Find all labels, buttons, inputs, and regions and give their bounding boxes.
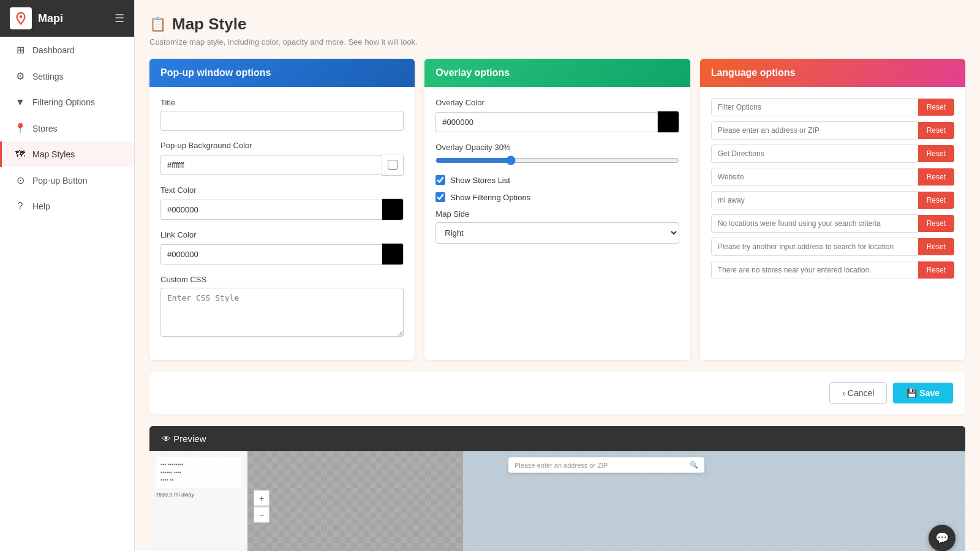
overlay-panel-header: Overlay options bbox=[424, 59, 690, 87]
stores-icon: 📍 bbox=[14, 122, 26, 134]
lang-input-no-stores-near[interactable] bbox=[711, 261, 918, 279]
show-stores-label: Show Stores List bbox=[450, 176, 510, 185]
text-color-swatch[interactable] bbox=[382, 198, 404, 220]
page-title-icon: 📋 bbox=[149, 17, 166, 32]
lang-input-get-directions[interactable] bbox=[711, 144, 918, 163]
language-panel-body: Reset Reset Reset Reset Reset bbox=[700, 87, 965, 295]
overlay-panel: Overlay options Overlay Color Overlay Op… bbox=[424, 59, 690, 360]
preview-map-overlay: ••• •••••••••••••• •••••••• •• 7839.0 mi… bbox=[149, 451, 965, 551]
sidebar-item-map-styles[interactable]: 🗺 Map Styles bbox=[0, 141, 134, 167]
logo-icon bbox=[10, 7, 32, 29]
custom-css-label: Custom CSS bbox=[160, 275, 404, 284]
link-color-input[interactable] bbox=[160, 244, 382, 264]
reset-btn-website[interactable]: Reset bbox=[918, 168, 954, 186]
app-name: Mapi bbox=[38, 12, 63, 25]
show-filtering-checkbox[interactable] bbox=[435, 192, 445, 202]
svg-point-0 bbox=[20, 15, 23, 18]
reset-btn-mi-away[interactable]: Reset bbox=[918, 192, 954, 209]
sidebar-item-settings[interactable]: ⚙ Settings bbox=[0, 63, 134, 89]
popup-panel: Pop-up window options Title Pop-up Backg… bbox=[149, 59, 415, 360]
lang-row-no-locations: Reset bbox=[711, 214, 954, 233]
zoom-in-button[interactable]: + bbox=[254, 490, 270, 506]
search-icon: 🔍 bbox=[690, 461, 698, 469]
preview-left-panel: ••• •••••••••••••• •••••••• •• 7839.0 mi… bbox=[149, 451, 247, 551]
text-color-label: Text Color bbox=[160, 186, 404, 195]
page-title-row: 📋 Map Style bbox=[149, 15, 965, 34]
overlay-color-swatch[interactable] bbox=[657, 111, 679, 133]
overlay-color-input[interactable] bbox=[435, 112, 657, 132]
show-filtering-checkbox-item[interactable]: Show Filtering Options bbox=[435, 192, 679, 202]
sidebar-label-mapstyles: Map Styles bbox=[32, 149, 75, 159]
show-stores-checkbox-item[interactable]: Show Stores List bbox=[435, 175, 679, 185]
lang-input-filter-options[interactable] bbox=[711, 98, 918, 116]
reset-btn-filter-options[interactable]: Reset bbox=[918, 99, 954, 116]
hamburger-icon[interactable]: ☰ bbox=[115, 12, 124, 25]
bg-color-row: #ffffff bbox=[160, 154, 404, 176]
zoom-out-button[interactable]: − bbox=[254, 507, 270, 523]
link-color-swatch[interactable] bbox=[382, 243, 404, 265]
bg-color-checkbox bbox=[382, 154, 404, 176]
lang-row-website: Reset bbox=[711, 168, 954, 186]
opacity-slider[interactable] bbox=[435, 156, 679, 165]
page-subtitle: Customize map style, including color, op… bbox=[149, 37, 965, 47]
lang-input-mi-away[interactable] bbox=[711, 191, 918, 209]
search-placeholder-text: Please enter an address or ZIP bbox=[514, 462, 686, 469]
overlay-panel-body: Overlay Color Overlay Opacity 30% Show S… bbox=[424, 87, 690, 264]
sidebar-nav: ⊞ Dashboard ⚙ Settings ▼ Filtering Optio… bbox=[0, 37, 134, 219]
lang-input-try-another[interactable] bbox=[711, 238, 918, 256]
language-panel-header: Language options bbox=[700, 59, 965, 87]
map-side-select[interactable]: Left Right bbox=[435, 222, 679, 244]
popup-panel-header: Pop-up window options bbox=[149, 59, 415, 87]
show-stores-checkbox[interactable] bbox=[435, 175, 445, 185]
reset-btn-try-another[interactable]: Reset bbox=[918, 238, 954, 255]
sidebar-header: Mapi ☰ bbox=[0, 0, 134, 37]
popup-icon: ⊙ bbox=[14, 174, 26, 186]
reset-btn-get-directions[interactable]: Reset bbox=[918, 145, 954, 162]
title-input[interactable] bbox=[160, 111, 404, 131]
lang-row-no-stores-near: Reset bbox=[711, 261, 954, 279]
panels-grid: Pop-up window options Title Pop-up Backg… bbox=[149, 59, 965, 360]
language-panel: Language options Reset Reset Reset Reset bbox=[700, 59, 965, 360]
lang-row-mi-away: Reset bbox=[711, 191, 954, 209]
overlay-color-row bbox=[435, 111, 679, 133]
title-label: Title bbox=[160, 98, 404, 107]
lang-row-address-zip: Reset bbox=[711, 121, 954, 140]
reset-btn-address-zip[interactable]: Reset bbox=[918, 122, 954, 139]
mapstyles-icon: 🗺 bbox=[14, 149, 26, 160]
sidebar-label-filtering: Filtering Options bbox=[32, 97, 95, 107]
bg-color-input[interactable]: #ffffff bbox=[160, 155, 382, 175]
sidebar-item-popup-button[interactable]: ⊙ Pop-up Button bbox=[0, 167, 134, 193]
preview-section: 👁 Preview ••• •••••••••••••• •••••••• ••… bbox=[149, 426, 965, 551]
show-filtering-label: Show Filtering Options bbox=[450, 193, 530, 202]
page-title: Map Style bbox=[172, 15, 246, 34]
text-color-row bbox=[160, 198, 404, 220]
save-button[interactable]: 💾 Save bbox=[893, 383, 953, 403]
opacity-label: Overlay Opacity 30% bbox=[435, 143, 679, 152]
reset-btn-no-stores-near[interactable]: Reset bbox=[918, 261, 954, 279]
lang-row-try-another: Reset bbox=[711, 238, 954, 256]
sidebar-item-dashboard[interactable]: ⊞ Dashboard bbox=[0, 37, 134, 63]
text-color-input[interactable] bbox=[160, 200, 382, 220]
bg-color-check[interactable] bbox=[388, 160, 398, 170]
overlay-color-group: Overlay Color bbox=[435, 98, 679, 133]
bg-color-group: Pop-up Background Color #ffffff bbox=[160, 141, 404, 176]
sidebar-item-help[interactable]: ? Help bbox=[0, 193, 134, 219]
sidebar-item-filtering-options[interactable]: ▼ Filtering Options bbox=[0, 89, 134, 115]
popup-panel-body: Title Pop-up Background Color #ffffff Te… bbox=[149, 87, 415, 360]
sidebar-label-stores: Stores bbox=[32, 124, 57, 133]
map-side-group: Map Side Left Right bbox=[435, 209, 679, 244]
reset-btn-no-locations[interactable]: Reset bbox=[918, 215, 954, 232]
lang-input-address-zip[interactable] bbox=[711, 121, 918, 140]
link-color-label: Link Color bbox=[160, 230, 404, 239]
lang-input-website[interactable] bbox=[711, 168, 918, 186]
custom-css-textarea[interactable] bbox=[160, 288, 404, 337]
sidebar-label-dashboard: Dashboard bbox=[32, 45, 75, 55]
cancel-button[interactable]: ‹ Cancel bbox=[829, 382, 887, 404]
chat-bubble-button[interactable]: 💬 bbox=[929, 525, 956, 551]
sidebar-item-stores[interactable]: 📍 Stores bbox=[0, 115, 134, 141]
map-side-label: Map Side bbox=[435, 209, 679, 219]
preview-distance: 7839.0 mi away bbox=[156, 492, 241, 498]
lang-input-no-locations[interactable] bbox=[711, 214, 918, 233]
overlay-color-label: Overlay Color bbox=[435, 98, 679, 107]
filter-icon: ▼ bbox=[14, 97, 26, 108]
